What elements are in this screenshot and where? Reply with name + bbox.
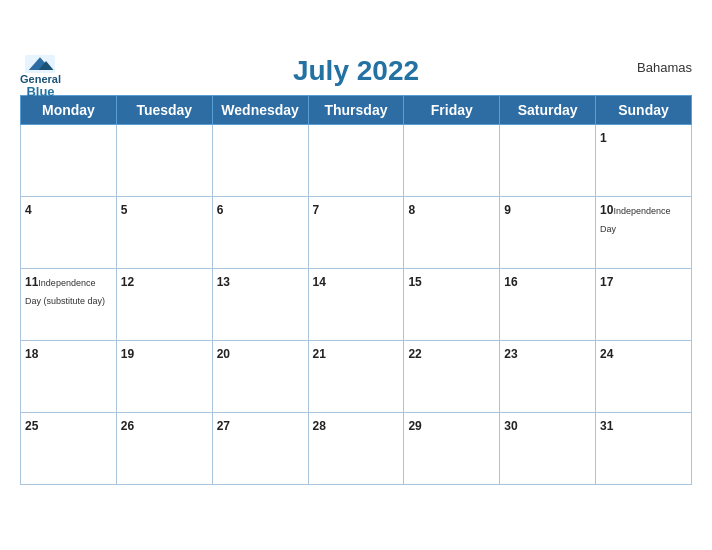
calendar-day: 24	[596, 341, 692, 413]
day-number: 21	[313, 347, 326, 361]
day-number: 26	[121, 419, 134, 433]
day-number: 6	[217, 203, 224, 217]
calendar-day: 30	[500, 413, 596, 485]
weekday-saturday: Saturday	[500, 96, 596, 125]
calendar-day: 16	[500, 269, 596, 341]
calendar-day	[116, 125, 212, 197]
weekday-monday: Monday	[21, 96, 117, 125]
logo: General Blue	[20, 55, 61, 98]
day-number: 22	[408, 347, 421, 361]
day-number: 25	[25, 419, 38, 433]
calendar-day: 7	[308, 197, 404, 269]
calendar-day: 25	[21, 413, 117, 485]
calendar-day: 29	[404, 413, 500, 485]
day-number: 24	[600, 347, 613, 361]
day-number: 4	[25, 203, 32, 217]
day-number: 7	[313, 203, 320, 217]
calendar-day: 28	[308, 413, 404, 485]
calendar-day: 20	[212, 341, 308, 413]
day-number: 8	[408, 203, 415, 217]
calendar-day: 23	[500, 341, 596, 413]
weekday-wednesday: Wednesday	[212, 96, 308, 125]
calendar-week-row: 11Independence Day (substitute day)12131…	[21, 269, 692, 341]
calendar-day: 26	[116, 413, 212, 485]
day-number: 14	[313, 275, 326, 289]
logo-icon	[25, 55, 55, 73]
calendar-table: Monday Tuesday Wednesday Thursday Friday…	[20, 95, 692, 485]
calendar-title: July 2022	[293, 55, 419, 87]
calendar-day: 21	[308, 341, 404, 413]
calendar-day	[308, 125, 404, 197]
day-number: 12	[121, 275, 134, 289]
calendar-day: 11Independence Day (substitute day)	[21, 269, 117, 341]
day-number: 30	[504, 419, 517, 433]
calendar-day: 9	[500, 197, 596, 269]
calendar-day	[500, 125, 596, 197]
calendar-day: 1	[596, 125, 692, 197]
calendar-day: 22	[404, 341, 500, 413]
calendar-day	[404, 125, 500, 197]
weekday-header-row: Monday Tuesday Wednesday Thursday Friday…	[21, 96, 692, 125]
calendar-week-row: 1	[21, 125, 692, 197]
day-number: 27	[217, 419, 230, 433]
calendar-day: 17	[596, 269, 692, 341]
calendar-day	[212, 125, 308, 197]
calendar-day: 13	[212, 269, 308, 341]
day-number: 15	[408, 275, 421, 289]
day-number: 13	[217, 275, 230, 289]
day-number: 18	[25, 347, 38, 361]
calendar-day: 5	[116, 197, 212, 269]
day-number: 17	[600, 275, 613, 289]
country-label: Bahamas	[637, 60, 692, 75]
logo-blue-text: Blue	[26, 85, 54, 98]
calendar-container: General Blue July 2022 Bahamas Monday Tu…	[0, 45, 712, 505]
weekday-tuesday: Tuesday	[116, 96, 212, 125]
calendar-day: 14	[308, 269, 404, 341]
calendar-header: General Blue July 2022 Bahamas	[20, 55, 692, 87]
calendar-day: 18	[21, 341, 117, 413]
calendar-day: 27	[212, 413, 308, 485]
calendar-day	[21, 125, 117, 197]
weekday-thursday: Thursday	[308, 96, 404, 125]
day-number: 5	[121, 203, 128, 217]
calendar-week-row: 45678910Independence Day	[21, 197, 692, 269]
weekday-friday: Friday	[404, 96, 500, 125]
calendar-day: 15	[404, 269, 500, 341]
day-number: 16	[504, 275, 517, 289]
day-number: 23	[504, 347, 517, 361]
day-number: 11	[25, 275, 38, 289]
day-number: 1	[600, 131, 607, 145]
calendar-day: 6	[212, 197, 308, 269]
calendar-day: 10Independence Day	[596, 197, 692, 269]
weekday-sunday: Sunday	[596, 96, 692, 125]
day-number: 28	[313, 419, 326, 433]
day-number: 19	[121, 347, 134, 361]
day-number: 31	[600, 419, 613, 433]
calendar-day: 31	[596, 413, 692, 485]
calendar-day: 19	[116, 341, 212, 413]
day-number: 10	[600, 203, 613, 217]
calendar-week-row: 25262728293031	[21, 413, 692, 485]
calendar-week-row: 18192021222324	[21, 341, 692, 413]
day-number: 9	[504, 203, 511, 217]
calendar-day: 12	[116, 269, 212, 341]
calendar-day: 8	[404, 197, 500, 269]
calendar-day: 4	[21, 197, 117, 269]
day-number: 29	[408, 419, 421, 433]
day-number: 20	[217, 347, 230, 361]
